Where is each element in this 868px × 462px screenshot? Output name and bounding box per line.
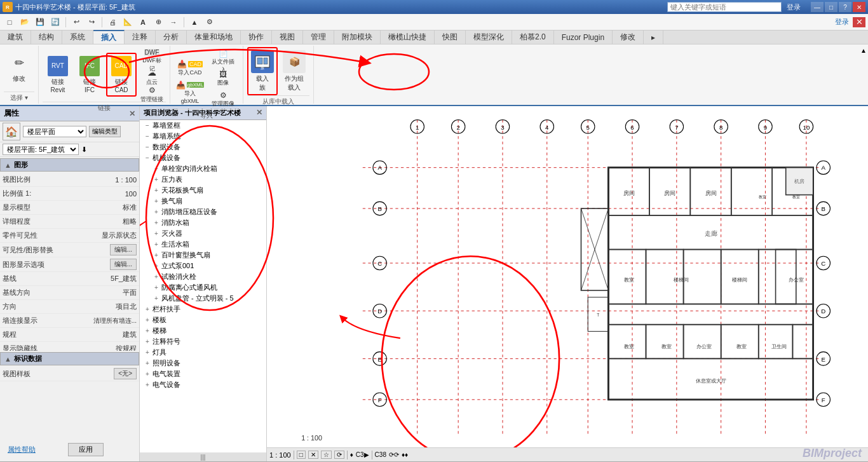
identity-section-header[interactable]: ▲ 标识数据 (0, 352, 139, 365)
tab-manage[interactable]: 管理 (303, 31, 334, 44)
tree-item[interactable]: + 风机盘管 - 立式明装 - 5 (140, 293, 266, 304)
tab-addins[interactable]: 附加模块 (334, 31, 381, 44)
cad-star-btn[interactable]: ☆ (321, 451, 332, 459)
cad-rotate-btn[interactable]: ⟳ (334, 451, 344, 459)
tree-item[interactable]: + 照明设备 (140, 358, 266, 369)
tab-view[interactable]: 视图 (272, 31, 303, 44)
link-cloud-btn[interactable]: ☁ 点云 (138, 65, 166, 83)
floor-level-select[interactable]: 楼层平面: 5F_建筑 (3, 144, 79, 155)
tree-item[interactable]: − 幕墙竖框 (140, 120, 266, 131)
floor-plan-type-select[interactable]: 楼层平面 (23, 126, 86, 137)
qa-text-button[interactable]: A (136, 16, 150, 29)
tree-item[interactable]: + 立式泵001 (140, 261, 266, 271)
tree-item[interactable]: + 生活水箱 (140, 239, 266, 250)
edit-type-btn[interactable]: 编辑类型 (89, 126, 121, 137)
props-help-link[interactable]: 属性帮助 (8, 445, 36, 454)
close-button[interactable]: ✕ (853, 2, 865, 12)
qa-undo-button[interactable]: ↩ (69, 16, 83, 29)
qa-close-btn[interactable]: ✕ (853, 17, 865, 27)
title-search-input[interactable] (667, 2, 782, 12)
tab-struct[interactable]: 结构 (31, 31, 62, 44)
tab-kuaitu[interactable]: 快图 (435, 31, 466, 44)
tab-deepmodel[interactable]: 模型深化 (466, 31, 512, 44)
tree-item[interactable]: + 消防增压稳压设备 (140, 207, 266, 217)
qa-sync-button[interactable]: 🔄 (48, 16, 62, 29)
qa-save-button[interactable]: 💾 (33, 16, 47, 29)
tab-fuzor[interactable]: Fuzor Plugin (554, 31, 613, 44)
cad-view[interactable]: 1 2 3 4 5 6 7 8 9 (267, 106, 868, 461)
minimize-button[interactable]: — (811, 2, 824, 12)
prop-view-template-btn[interactable]: <无> (114, 368, 137, 379)
tree-item[interactable]: + 栏杆扶手 (140, 304, 266, 315)
tab-analyze[interactable]: 分析 (156, 31, 187, 44)
tree-item-label: 注释符号 (153, 337, 180, 346)
insert-file-btn[interactable]: 📄 从文件插入 (207, 47, 239, 67)
tree-item[interactable]: + 百叶窗型换气扇 (140, 250, 266, 261)
graphics-section-header[interactable]: ▲ 图形 (0, 158, 139, 172)
prop-vis-graphic-btn[interactable]: 编辑... (110, 244, 137, 255)
tab-kuaijian[interactable]: 橄榄山快捷 (381, 31, 435, 44)
svg-text:教室: 教室 (759, 194, 766, 199)
load-family-btn[interactable]: 族 载入族 (247, 47, 278, 95)
qa-new-button[interactable]: □ (3, 16, 17, 29)
tree-item[interactable]: + 楼梯 (140, 325, 266, 336)
tree-item[interactable]: + 试验消火栓 (140, 271, 266, 282)
qa-arrow-button[interactable]: → (166, 16, 180, 29)
tab-annotate[interactable]: 注释 (125, 31, 156, 44)
cad-sync-btn[interactable]: ✕ (308, 451, 318, 459)
link-revit-btn[interactable]: RVT 链接Revit (43, 53, 73, 96)
import-cad-btn[interactable]: 📥 CAD 导入CAD (174, 58, 206, 78)
tree-item[interactable]: + 消防水箱 (140, 217, 266, 228)
user-login[interactable]: 登录 (787, 3, 801, 12)
qa-user-label[interactable]: 登录 (835, 17, 849, 27)
ribbon-modify-btn[interactable]: ✏ 修改 (4, 50, 34, 88)
qa-extra1-button[interactable]: ▲ (187, 16, 201, 29)
tree-item[interactable]: + 电气装置 (140, 369, 266, 379)
tree-item[interactable]: + 换气扇 (140, 196, 266, 207)
insert-image-btn[interactable]: 🖼 图像 (207, 68, 239, 88)
tab-insert[interactable]: 插入 (93, 30, 125, 44)
qa-print-button[interactable]: 🖨 (105, 16, 119, 29)
tab-bai2[interactable]: 柏慕2.0 (512, 31, 554, 44)
qa-tag-button[interactable]: ⊕ (151, 16, 165, 29)
tab-modify[interactable]: 修改 (613, 31, 644, 44)
props-apply-btn[interactable]: 应用 (68, 443, 104, 456)
tree-item[interactable]: − 机械设备 (140, 153, 266, 163)
ribbon-collapse-btn[interactable]: ▲ (860, 47, 867, 54)
tree-item[interactable]: + 电气设备 (140, 379, 266, 390)
tree-item[interactable]: + 防腐离心式通风机 (140, 282, 266, 293)
cad-zoom-btn[interactable]: □ (297, 451, 306, 459)
svg-text:E: E (822, 356, 826, 363)
tree-close[interactable]: ✕ (256, 108, 262, 118)
tree-item[interactable]: + 单栓室内消火栓箱 (140, 163, 266, 174)
help-button[interactable]: ? (839, 2, 851, 12)
tree-item[interactable]: + 注释符号 (140, 336, 266, 347)
link-manage-btn[interactable]: ⚙ 管理链接 (138, 84, 166, 102)
tree-item[interactable]: − 幕墙系统 (140, 131, 266, 142)
tab-more[interactable]: ▸ (644, 31, 663, 44)
tree-item[interactable]: + 天花板换气扇 (140, 185, 266, 196)
tree-item[interactable]: + 灯具 (140, 347, 266, 358)
tab-massing[interactable]: 体量和场地 (187, 31, 241, 44)
link-ifc-btn[interactable]: IFC 链接IFC (74, 53, 105, 96)
tree-item[interactable]: − 数据设备 (140, 142, 266, 153)
load-as-group-btn[interactable]: 📦 作为组载入 (279, 48, 309, 95)
maximize-button[interactable]: □ (825, 2, 837, 12)
tab-system[interactable]: 系统 (62, 31, 93, 44)
link-cad-btn[interactable]: CAD 链接CAD (106, 53, 137, 97)
link-dwf-btn[interactable]: DWF DWF标记 (138, 47, 166, 65)
tree-toggle-icon: + (142, 338, 153, 345)
tab-build[interactable]: 建筑 (0, 31, 31, 44)
qa-measure-button[interactable]: 📐 (121, 16, 135, 29)
tree-item[interactable]: + 压力表 (140, 174, 266, 185)
qa-open-button[interactable]: 📂 (18, 16, 32, 29)
qa-redo-button[interactable]: ↪ (85, 16, 98, 29)
tree-item[interactable]: + 灭火器 (140, 228, 266, 239)
tree-body[interactable]: − 幕墙竖框 − 幕墙系统 − 数据设备 − 机械设备 + 单栓室内消火栓箱 +… (140, 120, 266, 452)
import-gbxml-btn[interactable]: 📥 gbXML 导入gbXML (174, 79, 206, 99)
tree-item[interactable]: + 楼板 (140, 315, 266, 325)
prop-graphic-display-btn[interactable]: 编辑... (110, 259, 137, 270)
tab-collaborate[interactable]: 协作 (241, 31, 272, 44)
manage-image-btn[interactable]: ⚙ 管理图像 (207, 89, 239, 109)
qa-extra2-button[interactable]: ⚙ (203, 16, 217, 29)
